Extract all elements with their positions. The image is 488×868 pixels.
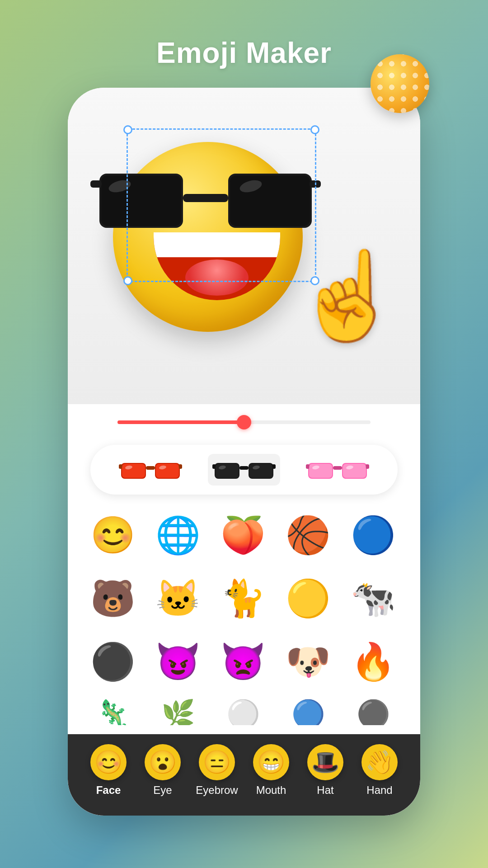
scale-slider-track bbox=[117, 420, 371, 424]
svg-rect-30 bbox=[306, 464, 310, 469]
nav-label-face: Face bbox=[96, 784, 121, 797]
partial-emoji-1: 🦎 bbox=[86, 698, 140, 725]
svg-rect-22 bbox=[272, 464, 276, 469]
nav-item-face[interactable]: 😊 Face bbox=[81, 744, 136, 797]
bottom-nav-bar: 😊 Face 😮 Eye 😑 Eyebrow 😁 Mouth 🎩 bbox=[68, 734, 420, 816]
glasses-options-strip bbox=[90, 445, 398, 495]
nav-label-eyebrow: Eyebrow bbox=[196, 784, 238, 797]
selection-handle-tl[interactable] bbox=[123, 125, 132, 134]
glasses-option-black[interactable] bbox=[208, 454, 280, 486]
nav-icon-mouth: 😁 bbox=[253, 744, 289, 780]
emoji-item-yellow-face[interactable]: 😊 bbox=[86, 508, 140, 562]
svg-rect-11 bbox=[146, 466, 155, 470]
emoji-grid: 😊 🌐 🍑 🏀 🔵 🐻 🐱 🐈 🟡 🐄 ⚫ 😈 👿 🐶 🔥 bbox=[77, 508, 411, 689]
svg-rect-31 bbox=[366, 464, 369, 469]
decorative-ball bbox=[371, 54, 429, 113]
nav-icon-face: 😊 bbox=[90, 744, 127, 780]
scale-slider-fill bbox=[117, 420, 244, 424]
glasses-option-red[interactable] bbox=[114, 454, 187, 486]
svg-rect-21 bbox=[212, 464, 216, 469]
nav-icon-eye: 😮 bbox=[145, 744, 181, 780]
emoji-item-devil-purple[interactable]: 😈 bbox=[151, 635, 205, 689]
scale-slider-thumb[interactable] bbox=[237, 415, 251, 429]
partial-emoji-row: 🦎 🌿 ⚪ 🔵 ⚫ bbox=[77, 698, 411, 725]
svg-rect-34 bbox=[343, 464, 366, 478]
emoji-item-devil-red[interactable]: 👿 bbox=[216, 635, 270, 689]
glasses-option-pink[interactable] bbox=[301, 454, 374, 486]
nav-label-hand: Hand bbox=[366, 784, 392, 797]
svg-rect-29 bbox=[333, 466, 342, 470]
hand-pointing-emoji: ☝️ bbox=[298, 232, 398, 359]
emoji-item-black-circle[interactable]: ⚫ bbox=[86, 635, 140, 689]
nav-label-eye: Eye bbox=[153, 784, 172, 797]
page-title: Emoji Maker bbox=[156, 36, 332, 70]
svg-rect-25 bbox=[249, 464, 272, 478]
emoji-item-cow[interactable]: 🐄 bbox=[346, 571, 400, 626]
canvas-area[interactable]: ☝️ bbox=[68, 88, 420, 404]
phone-shell: ☝️ bbox=[68, 88, 420, 816]
emoji-item-cat[interactable]: 🐈 bbox=[216, 571, 270, 626]
scrollable-content: ☝️ bbox=[68, 88, 420, 816]
partial-emoji-2: 🌿 bbox=[151, 698, 205, 725]
selection-handle-tr[interactable] bbox=[310, 125, 319, 134]
nav-label-mouth: Mouth bbox=[256, 784, 286, 797]
emoji-item-dog[interactable]: 🐶 bbox=[281, 635, 335, 689]
selection-box[interactable] bbox=[127, 128, 316, 282]
svg-rect-23 bbox=[216, 464, 239, 478]
emoji-item-blue-circle[interactable]: 🔵 bbox=[346, 508, 400, 562]
svg-rect-16 bbox=[156, 464, 179, 478]
partial-emoji-5: ⚫ bbox=[346, 698, 400, 725]
scale-slider-area[interactable] bbox=[108, 409, 380, 436]
nav-item-eyebrow[interactable]: 😑 Eyebrow bbox=[190, 744, 244, 797]
nav-item-mouth[interactable]: 😁 Mouth bbox=[244, 744, 298, 797]
emoji-item-basketball[interactable]: 🏀 bbox=[281, 508, 335, 562]
nav-icon-eyebrow: 😑 bbox=[199, 744, 235, 780]
emoji-item-cat-face[interactable]: 🐱 bbox=[151, 571, 205, 626]
emoji-item-peach[interactable]: 🍑 bbox=[216, 508, 270, 562]
partial-emoji-4: 🔵 bbox=[281, 698, 335, 725]
svg-rect-13 bbox=[178, 464, 182, 469]
nav-item-eye[interactable]: 😮 Eye bbox=[136, 744, 190, 797]
emoji-item-yellow-circle[interactable]: 🟡 bbox=[281, 571, 335, 626]
emoji-item-globe[interactable]: 🌐 bbox=[151, 508, 205, 562]
partial-emoji-3: ⚪ bbox=[216, 698, 270, 725]
nav-label-hat: Hat bbox=[317, 784, 333, 797]
svg-rect-20 bbox=[239, 466, 249, 470]
selection-handle-bl[interactable] bbox=[123, 276, 132, 285]
svg-rect-7 bbox=[90, 180, 102, 188]
nav-item-hat[interactable]: 🎩 Hat bbox=[298, 744, 352, 797]
svg-rect-12 bbox=[119, 464, 122, 469]
emoji-item-fire[interactable]: 🔥 bbox=[346, 635, 400, 689]
nav-icon-hand: 👋 bbox=[361, 744, 398, 780]
emoji-item-bear[interactable]: 🐻 bbox=[86, 571, 140, 626]
svg-rect-32 bbox=[309, 464, 332, 478]
svg-rect-14 bbox=[122, 464, 145, 478]
nav-icon-hat: 🎩 bbox=[307, 744, 343, 780]
nav-item-hand[interactable]: 👋 Hand bbox=[352, 744, 407, 797]
